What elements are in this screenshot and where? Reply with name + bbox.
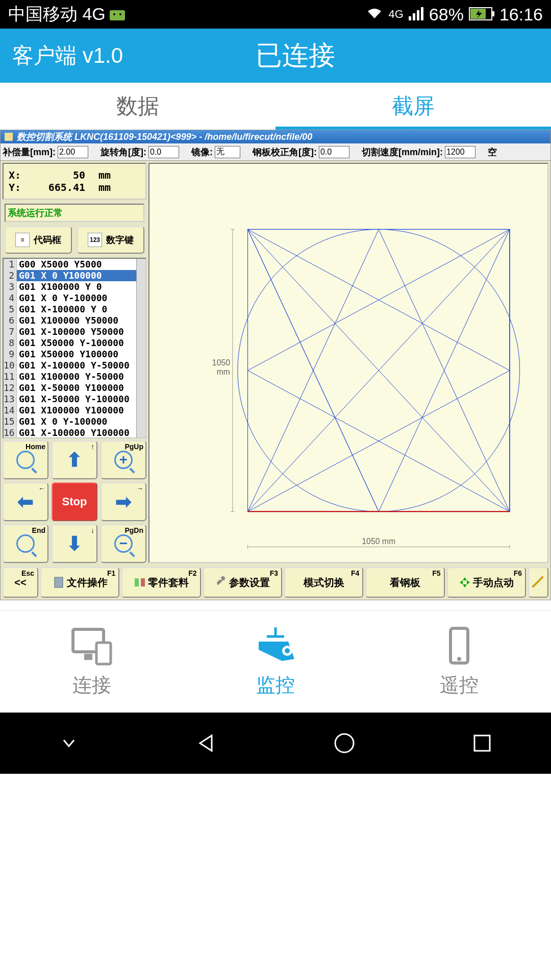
gcode-row[interactable]: 6G01 X100000 Y50000: [4, 315, 145, 326]
nav-remote-label: 遥控: [440, 672, 479, 698]
cnc-title: 数控切割系统 LKNC(161109-150421)<999> - /home/…: [17, 131, 312, 143]
wrench-icon: [215, 576, 227, 589]
nav-connect[interactable]: 连接: [0, 611, 184, 713]
gcode-row[interactable]: 9G01 X50000 Y100000: [4, 349, 145, 360]
comp-input[interactable]: [58, 146, 88, 158]
cnc-canvas[interactable]: 1050 mm 1050 mm: [148, 163, 548, 563]
android-recent-button[interactable]: [467, 728, 497, 758]
down-button[interactable]: ↓⬇: [52, 524, 97, 563]
nav-monitor-label: 监控: [256, 672, 295, 698]
svg-text:mm: mm: [217, 368, 230, 376]
gcode-row[interactable]: 12G01 X-50000 Y100000: [4, 382, 145, 394]
mirror-label: 镜像:: [191, 146, 213, 158]
f5-plate-button[interactable]: F5看钢板: [365, 567, 444, 598]
gcode-row[interactable]: 1G00 X5000 Y5000: [4, 259, 145, 270]
carrier-label: 中国移动 4G: [8, 3, 106, 26]
gcode-row[interactable]: 8G01 X50000 Y-100000: [4, 337, 145, 349]
stop-button[interactable]: Stop: [52, 482, 97, 521]
nest-icon: [134, 576, 146, 589]
nav-monitor[interactable]: 监控: [184, 611, 367, 713]
arrow-up-icon: ⬆: [66, 449, 83, 471]
zoom-home-icon: [16, 451, 35, 469]
canvas-y-label: 1050: [212, 358, 230, 367]
svg-rect-3: [409, 16, 411, 20]
svg-rect-38: [141, 578, 145, 586]
battery-pct: 68%: [429, 5, 464, 24]
zoom-out-icon: −: [114, 534, 133, 553]
gcode-row[interactable]: 10G01 X-100000 Y-50000: [4, 360, 145, 371]
f7-button[interactable]: [528, 567, 548, 598]
code-view-button[interactable]: ≡代码框: [5, 226, 72, 254]
clock: 16:16: [499, 5, 543, 24]
empty-label: 空: [488, 146, 497, 158]
rot-input[interactable]: [148, 146, 179, 158]
nav-remote[interactable]: 遥控: [367, 611, 551, 713]
scrollbar[interactable]: [136, 259, 145, 437]
up-button[interactable]: ↑⬆: [52, 440, 97, 479]
tab-data[interactable]: 数据: [0, 83, 276, 130]
cutspeed-input[interactable]: [445, 146, 475, 158]
svg-point-2: [119, 13, 121, 15]
phone-icon: [436, 625, 482, 666]
gcode-row[interactable]: 4G01 X 0 Y-100000: [4, 292, 145, 304]
cnc-params-bar: 补偿量[mm]: 旋转角[度]: 镜像: 钢板校正角[度]: 切割速度[mm/m…: [1, 143, 550, 161]
jog-icon: [459, 576, 471, 589]
y-unit: mm: [85, 181, 111, 193]
numpad-button[interactable]: 123数字键: [77, 226, 144, 254]
cnc-titlebar: 数控切割系统 LKNC(161109-150421)<999> - /home/…: [1, 130, 550, 143]
f1-file-button[interactable]: F1文件操作: [40, 567, 119, 598]
gcode-row[interactable]: 3G01 X100000 Y 0: [4, 281, 145, 292]
svg-rect-36: [55, 577, 63, 587]
f3-params-button[interactable]: F3参数设置: [203, 567, 282, 598]
svg-rect-9: [492, 11, 494, 16]
x-value: 50: [34, 169, 85, 181]
svg-rect-40: [84, 654, 92, 660]
arrow-right-icon: ➡: [115, 491, 132, 513]
svg-rect-37: [135, 578, 139, 586]
pgdn-button[interactable]: PgDn−: [101, 524, 146, 563]
signal-bars-icon: [409, 5, 424, 24]
f6-jog-button[interactable]: F6手动点动: [447, 567, 526, 598]
android-status-bar: 中国移动 4G 4G 68% 16:16: [0, 0, 551, 29]
gcode-list[interactable]: 1G00 X5000 Y50002G01 X 0 Y1000003G01 X10…: [3, 258, 146, 438]
gcode-row[interactable]: 7G01 X-100000 Y50000: [4, 326, 145, 337]
gcode-row[interactable]: 2G01 X 0 Y100000: [4, 270, 145, 281]
f4-mode-button[interactable]: F4模式切换: [284, 567, 363, 598]
mirror-input[interactable]: [215, 146, 240, 158]
cnc-window: 数控切割系统 LKNC(161109-150421)<999> - /home/…: [0, 130, 551, 600]
android-icon: [110, 5, 125, 24]
gcode-row[interactable]: 11G01 X100000 Y-50000: [4, 371, 145, 382]
svg-point-1: [113, 13, 115, 15]
zoom-in-icon: +: [114, 451, 133, 469]
home-button[interactable]: Home: [3, 440, 48, 479]
android-menu-button[interactable]: [54, 728, 84, 758]
esc-button[interactable]: Esc<<: [3, 567, 38, 598]
numpad-icon: 123: [88, 233, 102, 247]
gcode-row[interactable]: 5G01 X-100000 Y 0: [4, 304, 145, 315]
tab-bar: 数据 截屏: [0, 83, 551, 130]
f2-nest-button[interactable]: F2零件套料: [121, 567, 201, 598]
coords-box: X:50mm Y:665.41mm: [3, 163, 146, 200]
gcode-row[interactable]: 14G01 X100000 Y100000: [4, 405, 145, 416]
android-back-button[interactable]: [191, 728, 222, 758]
cutspeed-label: 切割速度[mm/min]:: [362, 146, 443, 158]
y-value: 665.41: [34, 181, 85, 193]
gcode-row[interactable]: 16G01 X-100000 Y100000: [4, 427, 145, 438]
right-button[interactable]: →➡: [101, 482, 146, 521]
left-button[interactable]: ←⬅: [3, 482, 48, 521]
tab-screenshot[interactable]: 截屏: [276, 83, 551, 130]
gcode-row[interactable]: 13G01 X-50000 Y-100000: [4, 394, 145, 405]
x-label: X:: [9, 169, 34, 181]
svg-point-48: [335, 734, 354, 752]
end-button[interactable]: End: [3, 524, 48, 563]
comp-label: 补偿量[mm]:: [3, 146, 56, 158]
system-status: 系统运行正常: [5, 204, 144, 222]
y-label: Y:: [9, 181, 34, 193]
arrow-left-icon: ⬅: [17, 491, 34, 513]
android-home-button[interactable]: [329, 728, 360, 758]
svg-rect-4: [413, 13, 415, 20]
gcode-row[interactable]: 15G01 X 0 Y-100000: [4, 416, 145, 427]
pgup-button[interactable]: PgUp+: [101, 440, 146, 479]
platecorr-input[interactable]: [319, 146, 349, 158]
platecorr-label: 钢板校正角[度]:: [253, 146, 317, 158]
